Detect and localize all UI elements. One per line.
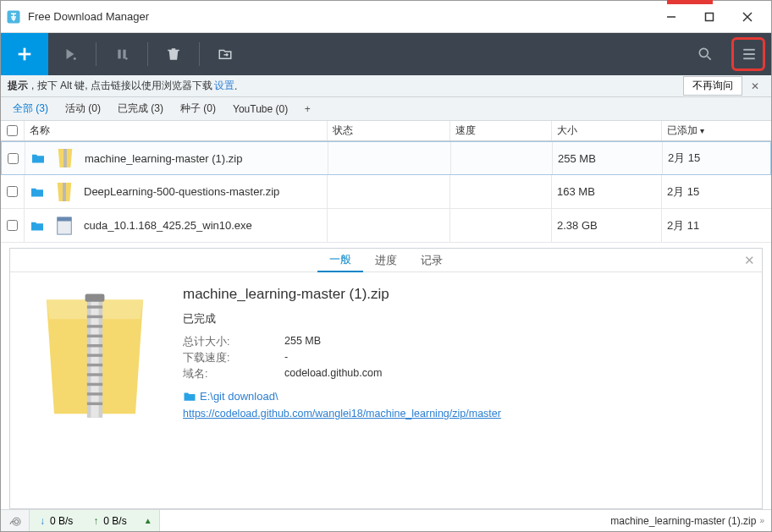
tip-text: , 按下 Alt 键, 点击链接以使用浏览器下载 [31, 79, 212, 93]
row-size: 163 MB [552, 175, 662, 208]
search-button[interactable] [683, 33, 727, 75]
panel-tab-log[interactable]: 记录 [409, 250, 455, 271]
svg-rect-16 [63, 149, 67, 167]
play-button[interactable] [48, 33, 92, 75]
domain-value: codeload.github.com [284, 367, 382, 381]
tab-youtube[interactable]: YouTube (0) [224, 100, 296, 118]
speed-value: - [284, 351, 288, 365]
close-button[interactable] [728, 5, 766, 29]
move-button[interactable] [203, 33, 247, 75]
folder-icon[interactable] [30, 186, 45, 198]
select-all-checkbox[interactable] [7, 125, 18, 136]
svg-line-12 [708, 57, 711, 60]
tab-active[interactable]: 活动 (0) [57, 98, 109, 119]
minimize-button[interactable] [652, 5, 690, 29]
folder-icon [183, 391, 196, 402]
pause-button[interactable] [100, 33, 144, 75]
no-ask-button[interactable]: 不再询问 [683, 76, 742, 96]
svg-rect-23 [87, 315, 102, 318]
tab-all[interactable]: 全部 (3) [4, 98, 57, 119]
maximize-button[interactable] [690, 5, 728, 29]
app-icon [6, 9, 21, 25]
col-speed[interactable]: 速度 [450, 121, 552, 140]
svg-rect-22 [87, 305, 102, 308]
row-speed [450, 209, 552, 242]
detail-status: 已完成 [183, 311, 745, 326]
upload-rate[interactable]: ↑0 B/s [83, 510, 136, 531]
size-label: 总计大小: [183, 335, 284, 349]
row-size: 255 MB [553, 142, 663, 174]
tab-completed[interactable]: 已完成 (3) [109, 98, 172, 119]
svg-point-35 [14, 519, 19, 524]
svg-rect-24 [87, 325, 102, 327]
menu-button[interactable] [727, 33, 771, 75]
svg-rect-8 [118, 50, 120, 59]
row-name: cuda_10.1.168_425.25_win10.exe [79, 209, 328, 242]
row-added: 2月 11 [662, 209, 771, 242]
col-size[interactable]: 大小 [552, 121, 662, 140]
table-row[interactable]: machine_learning-master (1).zip 255 MB 2… [1, 141, 771, 175]
detail-path[interactable]: E:\git download\ [183, 390, 745, 403]
window-title: Free Download Manager [28, 10, 652, 23]
speed-limit-button[interactable] [1, 510, 30, 531]
svg-point-10 [125, 58, 128, 60]
domain-label: 域名: [183, 367, 284, 381]
svg-rect-29 [87, 373, 102, 376]
row-added: 2月 15 [663, 142, 770, 174]
expand-rates-button[interactable]: ▲ [137, 510, 160, 531]
tab-torrent[interactable]: 种子 (0) [172, 98, 224, 119]
svg-rect-32 [87, 403, 102, 405]
up-arrow-icon: ↑ [93, 515, 98, 527]
speed-label: 下载速度: [183, 351, 284, 365]
titlebar: Free Download Manager [1, 1, 771, 33]
svg-rect-26 [87, 344, 102, 347]
svg-rect-33 [85, 294, 105, 302]
row-checkbox[interactable] [7, 186, 18, 197]
status-filename[interactable]: machine_learning-master (1).zip» [604, 515, 771, 527]
delete-button[interactable] [152, 33, 196, 75]
col-name[interactable]: 名称 [25, 121, 328, 140]
svg-rect-25 [87, 335, 102, 337]
download-rate[interactable]: ↓0 B/s [30, 510, 83, 531]
svg-rect-2 [705, 13, 713, 20]
folder-icon[interactable] [30, 152, 46, 164]
sort-icon: ▾ [700, 126, 704, 135]
table-row[interactable]: DeepLearning-500-questions-master.zip 16… [1, 175, 771, 209]
close-tip-button[interactable]: ✕ [746, 80, 764, 92]
row-speed [451, 142, 553, 174]
add-download-button[interactable] [1, 33, 48, 75]
row-checkbox[interactable] [7, 220, 18, 231]
svg-point-7 [74, 58, 76, 60]
tip-label: 提示 [8, 79, 28, 93]
tip-settings-link[interactable]: 设置 [214, 79, 234, 93]
row-checkbox[interactable] [8, 153, 19, 164]
download-list: machine_learning-master (1).zip 255 MB 2… [1, 141, 771, 243]
status-bar: ↓0 B/s ↑0 B/s ▲ machine_learning-master … [1, 509, 771, 531]
col-added[interactable]: 已添加 ▾ [662, 121, 771, 140]
svg-rect-27 [87, 354, 102, 356]
col-status[interactable]: 状态 [328, 121, 450, 140]
chevron-icon: » [759, 516, 764, 525]
svg-rect-30 [87, 383, 102, 386]
panel-tab-general[interactable]: 一般 [317, 249, 363, 272]
panel-tab-progress[interactable]: 进度 [363, 250, 409, 271]
svg-rect-17 [63, 183, 66, 201]
svg-rect-31 [87, 392, 102, 395]
svg-rect-19 [58, 217, 72, 221]
exe-icon [55, 214, 74, 238]
row-name: DeepLearning-500-questions-master.zip [79, 175, 328, 208]
table-header: 名称 状态 速度 大小 已添加 ▾ [1, 121, 771, 141]
tip-bar: 提示 , 按下 Alt 键, 点击链接以使用浏览器下载 设置 . 不再询问 ✕ [1, 75, 771, 97]
details-panel: 一般 进度 记录 ✕ machine_learning-master (1).z… [9, 248, 763, 509]
zip-icon [55, 180, 74, 204]
row-status [328, 142, 451, 174]
close-panel-button[interactable]: ✕ [744, 253, 755, 268]
size-value: 255 MB [284, 335, 321, 349]
row-size: 2.38 GB [552, 209, 662, 242]
svg-rect-28 [87, 364, 102, 366]
detail-url[interactable]: https://codeload.github.com/wanglei18/ma… [183, 408, 745, 420]
row-status [328, 175, 450, 208]
folder-icon[interactable] [30, 220, 45, 232]
add-tab-button[interactable]: + [296, 103, 318, 115]
table-row[interactable]: cuda_10.1.168_425.25_win10.exe 2.38 GB 2… [1, 209, 771, 243]
